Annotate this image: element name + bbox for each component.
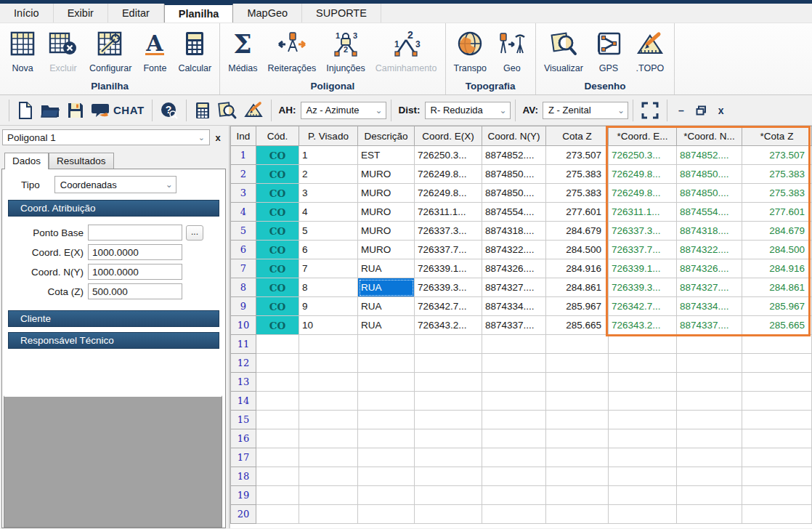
cell-ex[interactable] <box>415 335 482 354</box>
cell-desc[interactable]: MURO <box>358 184 415 203</box>
gps-button[interactable]: GPS <box>588 25 629 73</box>
col-cod[interactable]: Cód. <box>256 126 299 146</box>
cell-p[interactable] <box>299 467 358 486</box>
cell-desc[interactable]: MURO <box>358 165 415 184</box>
cell-ny[interactable] <box>482 505 546 524</box>
cell-ex[interactable] <box>415 429 482 448</box>
cell-cny[interactable] <box>677 354 742 373</box>
cell-p[interactable] <box>299 392 358 411</box>
cell-ex[interactable]: 726249.8... <box>415 165 482 184</box>
cell-cex[interactable] <box>609 354 677 373</box>
cell-cex[interactable]: 726250.3... <box>609 146 677 165</box>
cell-cod[interactable] <box>256 505 299 524</box>
tab-resultados[interactable]: Resultados <box>49 153 114 169</box>
medias-button[interactable]: Σ Médias <box>223 25 262 73</box>
new-file-icon[interactable] <box>14 100 37 121</box>
cell-cex[interactable]: 726311.1... <box>609 203 677 222</box>
calcular-button[interactable]: Calcular <box>173 25 216 73</box>
cell-ccz[interactable]: 284.916 <box>742 259 812 278</box>
cell-desc[interactable]: MURO <box>358 222 415 241</box>
cell-ny[interactable]: 8874850.... <box>482 165 546 184</box>
cell-ccz[interactable] <box>742 429 812 448</box>
cell-cod[interactable] <box>256 354 299 373</box>
cell-cny[interactable] <box>677 486 742 505</box>
cell-ny[interactable]: 8874318.... <box>482 222 546 241</box>
transpo-button[interactable]: Transpo <box>449 25 492 73</box>
cell-cod[interactable]: CO <box>256 316 299 335</box>
cell-ny[interactable]: 8874554.... <box>482 203 546 222</box>
cell-cod[interactable]: CO <box>256 222 299 241</box>
cell-desc[interactable]: MURO <box>358 241 415 259</box>
cell-ccz[interactable]: 284.861 <box>742 278 812 297</box>
cell-ind[interactable]: 3 <box>231 184 256 203</box>
minimize-button[interactable]: – <box>672 103 691 118</box>
tipo-select[interactable]: Coordenadas ⌄ <box>54 176 176 193</box>
cell-ccz[interactable]: 285.665 <box>742 316 812 335</box>
cell-cod[interactable] <box>256 486 299 505</box>
cell-cny[interactable] <box>677 448 742 467</box>
cell-ind[interactable]: 8 <box>231 278 256 297</box>
cell-ex[interactable]: 726249.8... <box>415 184 482 203</box>
cell-cex[interactable] <box>609 448 677 467</box>
cell-ny[interactable]: 8874327.... <box>482 278 546 297</box>
cell-cod[interactable]: CO <box>256 146 299 165</box>
cell-cz[interactable]: 277.601 <box>546 203 609 222</box>
cell-cz[interactable]: 275.383 <box>546 165 609 184</box>
cell-p[interactable]: 10 <box>299 316 358 335</box>
cell-ccz[interactable] <box>742 505 812 524</box>
cell-cod[interactable]: CO <box>256 278 299 297</box>
fonte-button[interactable]: A Fonte <box>137 25 173 73</box>
cell-ind[interactable]: 6 <box>231 241 256 259</box>
panel-close-button[interactable]: x <box>210 132 226 143</box>
cell-cod[interactable] <box>256 429 299 448</box>
cell-ccz[interactable] <box>742 411 812 429</box>
cell-ccz[interactable]: 277.601 <box>742 203 812 222</box>
poligonal-select[interactable]: Poligonal 1 ⌄ <box>2 129 210 145</box>
cell-ind[interactable]: 2 <box>231 165 256 184</box>
cell-cny[interactable]: 8874554.... <box>677 203 742 222</box>
cell-ccz[interactable]: 284.500 <box>742 241 812 259</box>
cell-cex[interactable]: 726342.7... <box>609 297 677 316</box>
cell-ind[interactable]: 11 <box>231 335 256 354</box>
cell-cex[interactable] <box>609 392 677 411</box>
cell-cex[interactable]: 726249.8... <box>609 165 677 184</box>
cell-desc[interactable] <box>358 486 415 505</box>
cell-ex[interactable]: 726339.1... <box>415 259 482 278</box>
cell-ind[interactable]: 13 <box>231 373 256 392</box>
cell-cz[interactable] <box>546 486 609 505</box>
cell-cex[interactable]: 726343.2... <box>609 316 677 335</box>
page-preview-icon[interactable] <box>214 100 240 121</box>
cell-ex[interactable] <box>415 448 482 467</box>
cell-p[interactable]: 8 <box>299 278 358 297</box>
cell-cex[interactable] <box>609 467 677 486</box>
cell-ex[interactable] <box>415 486 482 505</box>
cell-cex[interactable] <box>609 505 677 524</box>
cell-ny[interactable]: 8874334.... <box>482 297 546 316</box>
cell-desc[interactable]: RUA <box>358 316 415 335</box>
tab-planilha[interactable]: Planilha <box>164 4 234 23</box>
coord-ex-field[interactable]: 1000.0000 <box>88 244 182 260</box>
cell-cny[interactable]: 8874852.... <box>677 146 742 165</box>
cell-ccz[interactable]: 273.507 <box>742 146 812 165</box>
cell-cod[interactable] <box>256 467 299 486</box>
cell-ny[interactable] <box>482 373 546 392</box>
cell-desc[interactable] <box>358 429 415 448</box>
cell-ex[interactable] <box>415 467 482 486</box>
cell-cex[interactable] <box>609 411 677 429</box>
cell-cod[interactable]: CO <box>256 203 299 222</box>
nova-button[interactable]: Nova <box>3 25 42 73</box>
cell-ccz[interactable] <box>742 373 812 392</box>
restore-button[interactable] <box>691 104 712 117</box>
cell-p[interactable] <box>299 486 358 505</box>
browse-button[interactable]: ... <box>186 225 203 241</box>
cell-ny[interactable] <box>482 448 546 467</box>
cell-cex[interactable] <box>609 486 677 505</box>
cell-ny[interactable]: 8874850.... <box>482 184 546 203</box>
cell-cod[interactable] <box>256 448 299 467</box>
cell-desc[interactable] <box>358 467 415 486</box>
cell-ind[interactable]: 16 <box>231 429 256 448</box>
cell-ccz[interactable]: 285.967 <box>742 297 812 316</box>
tab-inicio[interactable]: Início <box>0 4 54 23</box>
cell-p[interactable] <box>299 411 358 429</box>
cell-cz[interactable]: 284.861 <box>546 278 609 297</box>
